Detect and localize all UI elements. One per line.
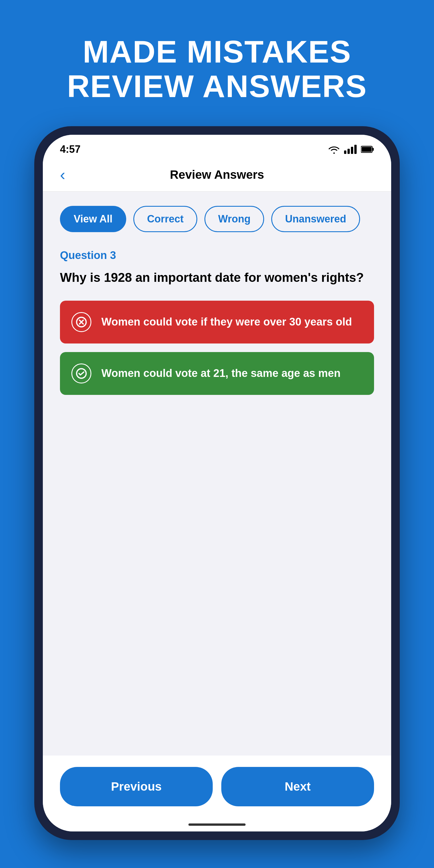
filter-tab-unanswered[interactable]: Unanswered [271,206,360,232]
bottom-navigation: Previous Next [43,755,391,818]
home-indicator [43,818,391,832]
next-button[interactable]: Next [221,767,374,806]
correct-answer-icon [71,364,91,383]
home-bar [188,824,246,826]
hero-title: MADE MISTAKES REVIEW ANSWERS [44,0,390,126]
correct-answer-text: Women could vote at 21, the same age as … [101,366,341,381]
status-bar: 4:57 [43,135,391,161]
status-icons [328,145,374,154]
question-text: Why is 1928 an important date for women'… [60,269,374,286]
content-area: View All Correct Wrong Unanswered Questi… [43,192,391,755]
navigation-bar: ‹ Review Answers [43,161,391,192]
phone-screen: 4:57 [43,135,391,832]
previous-button[interactable]: Previous [60,767,213,806]
answer-option-correct: Women could vote at 21, the same age as … [60,352,374,395]
wifi-icon [328,145,340,154]
battery-icon [361,145,374,154]
signal-icon [344,145,356,154]
filter-tab-view-all[interactable]: View All [60,206,126,232]
filter-tab-wrong[interactable]: Wrong [205,206,264,232]
filter-tab-correct[interactable]: Correct [133,206,197,232]
wrong-answer-text: Women could vote if they were over 30 ye… [101,314,352,330]
phone-mockup: 4:57 [34,126,400,840]
wrong-answer-icon [71,312,91,332]
svg-rect-2 [362,147,372,152]
question-label: Question 3 [60,249,374,261]
back-button[interactable]: ‹ [60,167,65,183]
filter-tabs: View All Correct Wrong Unanswered [60,206,374,232]
svg-rect-1 [372,148,374,151]
status-time: 4:57 [60,143,81,155]
page-title: Review Answers [170,168,264,182]
answer-option-wrong: Women could vote if they were over 30 ye… [60,301,374,343]
